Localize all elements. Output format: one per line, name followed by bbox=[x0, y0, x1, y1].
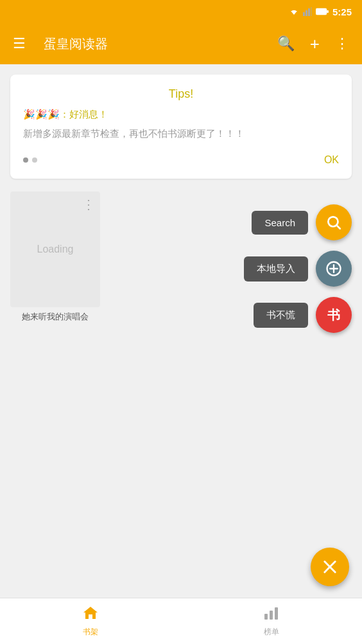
book-fab-icon: 书 bbox=[327, 307, 340, 324]
status-bar: 5:25 bbox=[0, 0, 362, 23]
app-title: 蛋皇阅读器 bbox=[44, 35, 264, 53]
more-icon[interactable]: ⋮ bbox=[332, 33, 352, 55]
import-label[interactable]: 本地导入 bbox=[244, 256, 308, 282]
book-more-icon[interactable]: ⋮ bbox=[82, 197, 95, 212]
svg-rect-4 bbox=[308, 8, 310, 16]
app-bar: ☰ 蛋皇阅读器 🔍 + ⋮ bbox=[0, 23, 362, 64]
tips-pagination bbox=[23, 157, 37, 163]
book-card[interactable]: ⋮ Loading bbox=[10, 192, 100, 307]
main-fab-button[interactable] bbox=[311, 548, 349, 586]
fab-actions: Search 本地导入 bbox=[110, 192, 352, 333]
chart-icon bbox=[263, 605, 280, 620]
book-label[interactable]: 书不慌 bbox=[254, 303, 308, 328]
book-loading-text: Loading bbox=[37, 244, 74, 255]
svg-rect-7 bbox=[316, 9, 325, 14]
nav-item-ranking[interactable]: 榜单 bbox=[181, 598, 362, 644]
close-icon bbox=[321, 558, 339, 576]
dot-1 bbox=[23, 157, 28, 163]
svg-rect-5 bbox=[311, 7, 312, 16]
import-fab-button[interactable] bbox=[316, 251, 352, 287]
book-fab-row: 书不慌 书 bbox=[254, 297, 352, 333]
search-label[interactable]: Search bbox=[252, 211, 308, 235]
ranking-nav-icon bbox=[263, 605, 280, 624]
bookshelf-nav-label: 书架 bbox=[83, 627, 98, 638]
dot-2 bbox=[32, 157, 37, 163]
svg-rect-3 bbox=[306, 10, 307, 16]
book-fab-button[interactable]: 书 bbox=[316, 297, 352, 333]
svg-rect-17 bbox=[270, 611, 273, 620]
menu-icon[interactable]: ☰ bbox=[10, 33, 28, 55]
svg-rect-2 bbox=[303, 12, 305, 16]
add-icon[interactable]: + bbox=[307, 31, 322, 57]
import-fab-row: 本地导入 bbox=[244, 251, 352, 287]
status-icons: 5:25 bbox=[289, 6, 352, 17]
svg-rect-18 bbox=[275, 607, 278, 620]
bottom-nav: 书架 榜单 bbox=[0, 598, 362, 644]
import-fab-icon bbox=[325, 260, 343, 278]
book-wrapper: ⋮ Loading 她来听我的演唱会 bbox=[10, 192, 100, 323]
tips-body: 新增多源最新章节检查，再也不怕书源断更了！！！ bbox=[23, 126, 339, 141]
svg-rect-16 bbox=[264, 614, 268, 620]
wifi-icon bbox=[289, 7, 299, 16]
tips-ok-button[interactable]: OK bbox=[324, 154, 339, 166]
search-icon[interactable]: 🔍 bbox=[275, 33, 297, 55]
tips-title: Tips! bbox=[23, 87, 339, 101]
tips-footer: OK bbox=[23, 154, 339, 166]
ranking-nav-label: 榜单 bbox=[264, 627, 279, 638]
bookshelf-nav-icon bbox=[82, 605, 99, 624]
tips-card: Tips! 🎉🎉🎉：好消息！ 新增多源最新章节检查，再也不怕书源断更了！！！ O… bbox=[10, 75, 352, 179]
search-fab-row: Search bbox=[252, 204, 352, 240]
home-icon bbox=[82, 605, 99, 620]
tips-subtitle: 🎉🎉🎉：好消息！ bbox=[23, 109, 339, 121]
book-title: 她来听我的演唱会 bbox=[10, 311, 100, 323]
svg-line-10 bbox=[337, 226, 340, 229]
main-content: Tips! 🎉🎉🎉：好消息！ 新增多源最新章节检查，再也不怕书源断更了！！！ O… bbox=[0, 64, 362, 598]
battery-icon bbox=[316, 8, 329, 15]
nav-item-bookshelf[interactable]: 书架 bbox=[0, 598, 181, 644]
svg-rect-8 bbox=[327, 10, 329, 13]
time-display: 5:25 bbox=[332, 6, 352, 17]
book-section: ⋮ Loading 她来听我的演唱会 Search 本地导入 bbox=[10, 192, 352, 333]
signal-icon bbox=[303, 7, 312, 16]
search-fab-button[interactable] bbox=[316, 204, 352, 240]
search-fab-icon bbox=[325, 214, 342, 231]
